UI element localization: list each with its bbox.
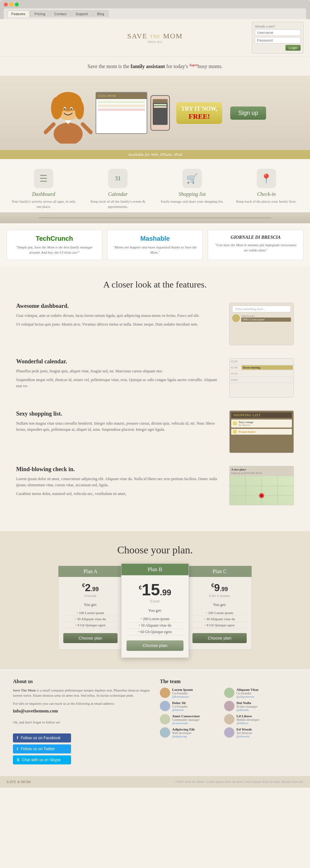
footer-about-text: Save The Mom is a small company pellente… (13, 688, 150, 698)
plan-c-price: €9.99 (193, 582, 247, 594)
shopping-item-orange: Juicy orange by Tarocco (231, 420, 292, 428)
giornale-logo: GIORNALE DI BRESCIA (213, 235, 299, 240)
plan-a-you-get: You get: (63, 602, 117, 607)
svg-line-10 (83, 124, 91, 132)
pricing-plans: Plan A €2.99 €/month You get: 100 Lorem … (42, 566, 268, 656)
hero-woman-illustration (44, 82, 95, 144)
maximize-button[interactable] (15, 3, 19, 6)
plan-b-you-get: You get: (126, 608, 184, 613)
facebook-follow-button[interactable]: f Follow us on Facebook (13, 734, 71, 742)
skype-chat-button[interactable]: S Chat with us on Skype (13, 755, 71, 765)
try-free-sub: FREE! (181, 112, 217, 121)
shopping-icon: 🛒 (182, 169, 202, 188)
plan-b-feature-1: 200 Lorem ipsum (126, 616, 184, 622)
footer-team-heading: The team (160, 679, 297, 684)
tab-blog[interactable]: Blog (93, 10, 109, 17)
press-giornale: GIORNALE DI BRESCIA "Con Save the Mom le… (208, 230, 304, 260)
team-member-3: Dolor Sit Co-Founder @dolorsit (160, 701, 222, 712)
feature-shopping-title: Shopping list (160, 191, 225, 197)
svg-point-3 (51, 97, 63, 119)
plan-a-price: €2.99 (63, 582, 117, 594)
feature-dashboard: ☰ Dashboard Your family's activity acros… (11, 169, 76, 209)
plan-c-card: Plan C €9.99 €/for 6 months You get: 100… (187, 566, 252, 650)
close-button[interactable] (4, 3, 8, 6)
checkin-feature-title: Mind-blowing check in. (16, 466, 220, 473)
plan-a-card: Plan A €2.99 €/month You get: 100 Lorem … (58, 566, 123, 650)
checkin-icon: 📍 (257, 169, 276, 188)
calendar-para1: Phasellus pede justo, feugiat quis, aliq… (16, 368, 220, 374)
plan-b-feature-3: 60 Gb Quisque egest (126, 629, 184, 636)
checkin-place-name: A nice place (231, 468, 292, 471)
minimize-button[interactable] (9, 3, 13, 6)
avatar-mock (232, 314, 240, 322)
plan-c-feature-2: 30 Aliquam vitae du (193, 616, 247, 622)
choose-plan-b-button[interactable]: Choose plan (126, 640, 184, 651)
team-member-1: Lorem Ipsum Co-Founder @loremipsum (160, 688, 222, 698)
footer-about-heading: About us (13, 679, 150, 684)
plan-c-you-get: You get: (193, 602, 247, 607)
hero-screens: SAVE MOM (95, 92, 170, 134)
plan-c-name: Plan C (188, 566, 252, 577)
svg-point-4 (75, 100, 84, 119)
checkin-para1: Lorem ipsum dolor sit amet, consectetuer… (16, 476, 220, 488)
plan-c-features: 100 Lorem ipsum 30 Aliquam vitae du 8 Gb… (193, 610, 247, 628)
facebook-label: Follow us on Facebook (21, 736, 60, 740)
password-input[interactable] (255, 37, 301, 43)
closer-look-section: A closer look at the features. Awesome d… (0, 267, 310, 531)
signup-button[interactable]: Sign up (230, 106, 266, 120)
plan-b-period: €/year (126, 599, 184, 603)
twitter-follow-button[interactable]: t Follow us on Twitter (13, 744, 71, 753)
team-member-5: Amet Consecrtuer Community manager @cons… (160, 714, 222, 725)
team-member-4: Dui Nulla Project manager @duinulla (224, 701, 286, 712)
woman-svg (44, 82, 92, 144)
plan-c-feature-3: 8 Gb Quisque egest (193, 622, 247, 628)
feature-text-calendar: Wonderful calendar. Phasellus pede justo… (16, 358, 220, 392)
tab-features[interactable]: Features (7, 10, 29, 17)
shopping-para1: Nullam non magna vitae urna convallis he… (16, 421, 220, 433)
site-header: SAVE THE MOM SINCE 2011 Already a user? … (0, 19, 310, 57)
browser-chrome: Features Pricing Contact Support Blog (0, 0, 310, 19)
tab-pricing[interactable]: Pricing (30, 10, 49, 17)
tab-contact[interactable]: Contact (50, 10, 71, 17)
map-svg (230, 476, 293, 505)
username-input[interactable] (255, 29, 301, 36)
avatar-1 (160, 688, 170, 698)
checkin-para2: Curabitur metus dolor, euismod sed, vehi… (16, 491, 220, 497)
feature-shopping: 🛒 Shopping list Easily manage and share … (160, 169, 225, 209)
try-free-section: TRY IT NOW, FREE! Sign up (173, 102, 266, 124)
team-member-8: Ed Woods Art Director @edwoods (224, 727, 286, 738)
shopping-item-pb: Peanut butter (231, 429, 292, 435)
feature-calendar-title: Calendar (85, 191, 150, 197)
giornale-quote: "Con Save the Mom le mamme più impegnate… (213, 243, 299, 253)
try-free-text: TRY IT NOW, (181, 105, 217, 112)
feature-checkin: 📍 Check-in Keep track of the places your… (234, 169, 299, 209)
feature-text-checkin: Mind-blowing check in. Lorem ipsum dolor… (16, 466, 220, 500)
footer-social-note: Oh, and don't forget to follow us! (13, 719, 150, 725)
login-button[interactable]: Login (285, 45, 301, 51)
plan-b-feature-2: 50 Aliquam vitae du (126, 622, 184, 629)
press-section: TechCrunch "Simply put, Save the Mom is … (0, 223, 310, 267)
team-member-7: Adipiscing Elit Web developer @adipiscin… (160, 727, 222, 738)
already-user-text: Already a user? (255, 25, 301, 28)
plan-b-features: 200 Lorem ipsum 50 Aliquam vitae du 60 G… (126, 616, 184, 636)
feature-checkin-desc: Keep track of the places your family liv… (234, 199, 299, 204)
feature-dashboard-title: Dashboard (11, 191, 76, 197)
twitter-label: Follow us on Twitter (21, 747, 55, 751)
browser-toolbar: Features Pricing Contact Support Blog (4, 8, 306, 19)
feature-row-calendar: 02:00 03:00 Secret meeting 03:30 04:00 (16, 358, 294, 398)
techcrunch-quote: "Simply put, Save the Mom is the best fa… (11, 245, 97, 255)
mashable-logo: Mashable (112, 235, 198, 242)
tab-support[interactable]: Support (72, 10, 92, 17)
plan-a-feature-1: 100 Lorem ipsum (63, 610, 117, 616)
dashboard-feature-title: Awesome dashboard. (16, 303, 220, 309)
press-techcrunch: TechCrunch "Simply put, Save the Mom is … (6, 230, 102, 260)
hero-banner: SAVE MOM (0, 76, 310, 150)
choose-plan-a-button[interactable]: Choose plan (63, 633, 117, 643)
team-grid: Lorem Ipsum Co-Founder @loremipsum Aliqu… (160, 688, 297, 738)
choose-plan-c-button[interactable]: Choose plan (193, 633, 247, 643)
plan-a-name: Plan A (58, 566, 122, 577)
dashboard-icon: ☰ (34, 169, 53, 188)
shopping-feature-title: Sexy shopping list. (16, 410, 220, 417)
footer-contact-text: For info or inquiries you can reach us a… (13, 701, 150, 706)
site-wrapper: SAVE THE MOM SINCE 2011 Already a user? … (0, 19, 310, 788)
